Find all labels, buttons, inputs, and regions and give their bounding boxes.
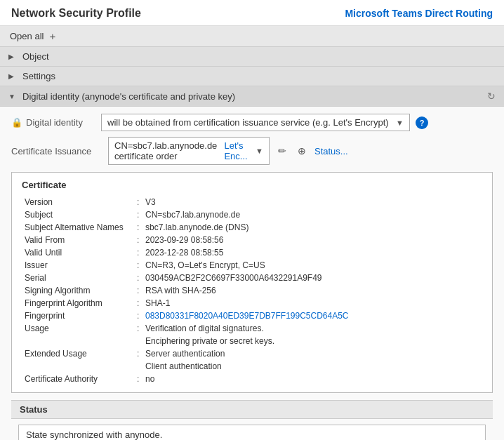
cert-field-sep: : <box>134 234 142 246</box>
cert-field-value: Verification of digital signatures. <box>142 322 482 335</box>
rotate-icon: ↻ <box>487 91 496 102</box>
toolbar: Open all + <box>0 26 504 47</box>
cert-field-sep: : <box>134 246 142 259</box>
cert-field-value: 083D80331F8020A40ED39E7DB7FF199C5CD64A5C <box>142 309 482 322</box>
cert-field-value: SHA-1 <box>142 297 482 309</box>
cert-field-key: Subject <box>22 208 134 221</box>
cert-field-value: 2023-09-29 08:58:56 <box>142 234 482 246</box>
cert-field-key: Valid From <box>22 234 134 246</box>
cert-field-key: Extended Usage <box>22 347 134 360</box>
status-section-label: Status <box>11 400 493 419</box>
cert-field-key: Signing Algorithm <box>22 284 134 297</box>
digital-identity-select[interactable]: will be obtained from certification issu… <box>101 114 410 131</box>
help-icon[interactable]: ? <box>416 116 428 129</box>
cert-field-sep: : <box>134 208 142 221</box>
header-right-link[interactable]: Microsoft Teams Direct Routing <box>345 8 493 19</box>
cert-field-value: CN=sbc7.lab.anynode.de <box>142 208 482 221</box>
add-section-button[interactable]: + <box>49 30 55 42</box>
cert-field-value: Client authentication <box>142 360 482 373</box>
table-row: Enciphering private or secret keys. <box>22 335 482 347</box>
cert-field-value: Enciphering private or secret keys. <box>142 335 482 347</box>
cert-field-key: Usage <box>22 322 134 335</box>
certificate-box: Certificate Version:V3Subject:CN=sbc7.la… <box>11 172 493 393</box>
table-row: Client authentication <box>22 360 482 373</box>
table-row: Valid Until:2023-12-28 08:58:55 <box>22 246 482 259</box>
cert-field-key: Serial <box>22 272 134 284</box>
cert-field-key: Subject Alternative Names <box>22 221 134 234</box>
section-settings[interactable]: ▶ Settings <box>0 67 504 86</box>
cert-field-sep: : <box>134 309 142 322</box>
cert-field-value: no <box>142 373 482 385</box>
select-chevron-icon: ▼ <box>396 119 404 127</box>
table-row: Subject:CN=sbc7.lab.anynode.de <box>22 208 482 221</box>
cert-field-sep: : <box>134 297 142 309</box>
table-row: Serial:030459ACB2F2C6697F33000A6432291A9… <box>22 272 482 284</box>
page-title: Network Security Profile <box>11 7 141 20</box>
add-icon[interactable]: ⊕ <box>295 144 309 158</box>
cert-field-sep: : <box>134 272 142 284</box>
cert-field-key: Fingerprint Algorithm <box>22 297 134 309</box>
cert-field-sep <box>134 360 142 373</box>
cert-field-value: sbc7.lab.anynode.de (DNS) <box>142 221 482 234</box>
digital-identity-select-value: will be obtained from certification issu… <box>107 117 389 128</box>
certificate-table: Version:V3Subject:CN=sbc7.lab.anynode.de… <box>22 196 482 385</box>
cert-field-sep: : <box>134 284 142 297</box>
cert-field-key <box>22 335 134 347</box>
cert-select-text: CN=sbc7.lab.anynode.de certificate order <box>114 140 221 161</box>
table-row: Subject Alternative Names:sbc7.lab.anyno… <box>22 221 482 234</box>
table-row: Usage:Verification of digital signatures… <box>22 322 482 335</box>
table-row: Fingerprint:083D80331F8020A40ED39E7DB7FF… <box>22 309 482 322</box>
cert-field-value: V3 <box>142 196 482 208</box>
cert-select-chevron-icon: ▼ <box>256 147 263 155</box>
cert-field-key: Certificate Authority <box>22 373 134 385</box>
chevron-down-icon: ▼ <box>8 93 17 100</box>
cert-field-key <box>22 360 134 373</box>
table-row: Fingerprint Algorithm:SHA-1 <box>22 297 482 309</box>
cert-issuance-row: Certificate Issuance CN=sbc7.lab.anynode… <box>11 137 493 165</box>
table-row: Version:V3 <box>22 196 482 208</box>
status-link[interactable]: Status... <box>314 146 348 156</box>
main-container: Network Security Profile Microsoft Teams… <box>0 0 504 440</box>
cert-field-value: 2023-12-28 08:58:55 <box>142 246 482 259</box>
chevron-right-icon: ▶ <box>8 72 17 80</box>
digital-identity-content: 🔒 Digital identity will be obtained from… <box>0 107 504 440</box>
table-row: Issuer:CN=R3, O=Let's Encrypt, C=US <box>22 259 482 272</box>
cert-field-value: 030459ACB2F2C6697F33000A6432291A9F49 <box>142 272 482 284</box>
certificate-box-title: Certificate <box>22 180 482 190</box>
chevron-right-icon: ▶ <box>8 53 17 60</box>
cert-field-sep: : <box>134 196 142 208</box>
header: Network Security Profile Microsoft Teams… <box>0 0 504 26</box>
cert-field-sep: : <box>134 373 142 385</box>
cert-field-sep: : <box>134 259 142 272</box>
table-row: Signing Algorithm:RSA with SHA-256 <box>22 284 482 297</box>
cert-field-value: CN=R3, O=Let's Encrypt, C=US <box>142 259 482 272</box>
cert-field-key: Issuer <box>22 259 134 272</box>
cert-issuance-label: Certificate Issuance <box>11 146 102 156</box>
cert-field-sep: : <box>134 221 142 234</box>
table-row: Certificate Authority:no <box>22 373 482 385</box>
cert-field-sep: : <box>134 322 142 335</box>
cert-field-key: Fingerprint <box>22 309 134 322</box>
edit-icon[interactable]: ✏ <box>275 144 289 158</box>
section-object[interactable]: ▶ Object <box>0 47 504 67</box>
cert-field-sep <box>134 335 142 347</box>
cert-field-value: RSA with SHA-256 <box>142 284 482 297</box>
section-object-label: Object <box>22 51 49 62</box>
cert-field-key: Version <box>22 196 134 208</box>
cert-issuance-select[interactable]: CN=sbc7.lab.anynode.de certificate order… <box>108 137 270 165</box>
cert-field-key: Valid Until <box>22 246 134 259</box>
section-digital-identity[interactable]: ▼ Digital identity (anynode's certificat… <box>0 86 504 107</box>
lock-icon: 🔒 <box>11 117 22 128</box>
cert-field-value: Server authentication <box>142 347 482 360</box>
section-settings-label: Settings <box>22 71 55 81</box>
section-digital-identity-label: Digital identity (anynode's certificate … <box>22 91 235 102</box>
open-all-label: Open all <box>10 31 44 41</box>
table-row: Valid From:2023-09-29 08:58:56 <box>22 234 482 246</box>
status-message: State synchronized with anynode. <box>18 425 486 440</box>
digital-identity-field-row: 🔒 Digital identity will be obtained from… <box>11 114 493 131</box>
digital-identity-label: 🔒 Digital identity <box>11 117 95 128</box>
table-row: Extended Usage:Server authentication <box>22 347 482 360</box>
cert-field-sep: : <box>134 347 142 360</box>
